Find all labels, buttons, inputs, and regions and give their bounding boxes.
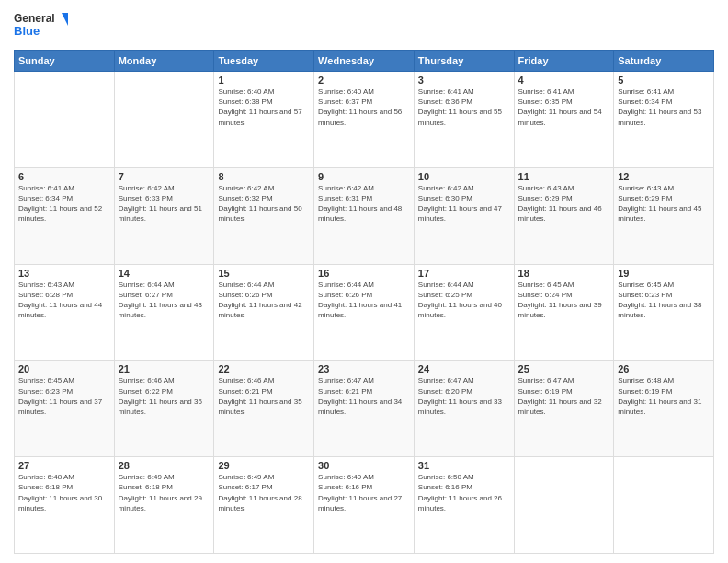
calendar-cell: 13Sunrise: 6:43 AM Sunset: 6:28 PM Dayli… [15,264,115,361]
day-info: Sunrise: 6:50 AM Sunset: 6:16 PM Dayligh… [418,472,510,513]
day-number: 1 [218,75,310,86]
calendar-cell [114,72,214,168]
calendar-cell: 8Sunrise: 6:42 AM Sunset: 6:32 PM Daylig… [214,167,314,264]
day-info: Sunrise: 6:46 AM Sunset: 6:21 PM Dayligh… [218,375,310,417]
day-info: Sunrise: 6:48 AM Sunset: 6:19 PM Dayligh… [618,375,710,417]
logo-svg: General Blue [14,9,69,42]
day-info: Sunrise: 6:41 AM Sunset: 6:36 PM Dayligh… [418,86,510,128]
day-number: 23 [318,363,410,374]
calendar-cell: 23Sunrise: 6:47 AM Sunset: 6:21 PM Dayli… [314,361,415,457]
day-info: Sunrise: 6:46 AM Sunset: 6:22 PM Dayligh… [119,375,210,417]
calendar-cell [614,457,714,554]
weekday-header-monday: Monday [114,51,214,72]
day-number: 4 [518,75,610,86]
weekday-header-thursday: Thursday [414,51,514,72]
calendar-cell: 16Sunrise: 6:44 AM Sunset: 6:26 PM Dayli… [314,264,415,361]
day-number: 7 [119,171,210,182]
day-number: 16 [318,268,410,279]
calendar-cell: 2Sunrise: 6:40 AM Sunset: 6:37 PM Daylig… [314,72,415,168]
day-info: Sunrise: 6:41 AM Sunset: 6:34 PM Dayligh… [618,86,710,128]
calendar-cell: 7Sunrise: 6:42 AM Sunset: 6:33 PM Daylig… [114,167,214,264]
day-info: Sunrise: 6:42 AM Sunset: 6:33 PM Dayligh… [119,183,210,224]
calendar-cell: 31Sunrise: 6:50 AM Sunset: 6:16 PM Dayli… [414,457,514,554]
logo: General Blue [14,9,69,42]
day-info: Sunrise: 6:47 AM Sunset: 6:21 PM Dayligh… [318,375,410,417]
day-info: Sunrise: 6:49 AM Sunset: 6:16 PM Dayligh… [318,472,410,513]
day-info: Sunrise: 6:41 AM Sunset: 6:35 PM Dayligh… [518,86,610,128]
calendar-cell: 29Sunrise: 6:49 AM Sunset: 6:17 PM Dayli… [214,457,314,554]
page: General Blue SundayMondayTuesdayWednesda… [0,0,728,563]
day-number: 24 [418,363,510,374]
calendar-cell: 28Sunrise: 6:49 AM Sunset: 6:18 PM Dayli… [114,457,214,554]
weekday-header-friday: Friday [514,51,614,72]
day-info: Sunrise: 6:44 AM Sunset: 6:25 PM Dayligh… [418,280,510,321]
svg-text:Blue: Blue [14,24,40,38]
day-number: 8 [218,171,310,182]
calendar-cell: 5Sunrise: 6:41 AM Sunset: 6:34 PM Daylig… [614,72,714,168]
svg-marker-2 [62,13,68,26]
day-number: 30 [318,460,410,471]
day-number: 26 [618,363,710,374]
day-number: 13 [18,268,110,279]
calendar-cell: 25Sunrise: 6:47 AM Sunset: 6:19 PM Dayli… [514,361,614,457]
calendar-cell: 11Sunrise: 6:43 AM Sunset: 6:29 PM Dayli… [514,167,614,264]
calendar-cell: 15Sunrise: 6:44 AM Sunset: 6:26 PM Dayli… [214,264,314,361]
day-info: Sunrise: 6:44 AM Sunset: 6:26 PM Dayligh… [318,280,410,321]
weekday-header-wednesday: Wednesday [314,51,415,72]
day-number: 3 [418,75,510,86]
day-number: 28 [119,460,210,471]
day-number: 19 [618,268,710,279]
calendar-week-4: 20Sunrise: 6:45 AM Sunset: 6:23 PM Dayli… [15,361,714,457]
day-info: Sunrise: 6:40 AM Sunset: 6:37 PM Dayligh… [318,86,410,128]
day-number: 22 [218,363,310,374]
calendar-cell: 26Sunrise: 6:48 AM Sunset: 6:19 PM Dayli… [614,361,714,457]
day-number: 27 [18,460,110,471]
day-info: Sunrise: 6:41 AM Sunset: 6:34 PM Dayligh… [18,183,110,224]
day-number: 17 [418,268,510,279]
day-number: 2 [318,75,410,86]
day-number: 21 [119,363,210,374]
calendar-week-5: 27Sunrise: 6:48 AM Sunset: 6:18 PM Dayli… [15,457,714,554]
calendar-cell: 3Sunrise: 6:41 AM Sunset: 6:36 PM Daylig… [414,72,514,168]
calendar-cell: 30Sunrise: 6:49 AM Sunset: 6:16 PM Dayli… [314,457,415,554]
day-number: 18 [518,268,610,279]
calendar-cell: 1Sunrise: 6:40 AM Sunset: 6:38 PM Daylig… [214,72,314,168]
day-info: Sunrise: 6:47 AM Sunset: 6:20 PM Dayligh… [418,375,510,417]
calendar-cell: 4Sunrise: 6:41 AM Sunset: 6:35 PM Daylig… [514,72,614,168]
day-number: 12 [618,171,710,182]
day-info: Sunrise: 6:45 AM Sunset: 6:23 PM Dayligh… [618,280,710,321]
day-info: Sunrise: 6:47 AM Sunset: 6:19 PM Dayligh… [518,375,610,417]
calendar-cell: 24Sunrise: 6:47 AM Sunset: 6:20 PM Dayli… [414,361,514,457]
day-number: 9 [318,171,410,182]
day-info: Sunrise: 6:43 AM Sunset: 6:29 PM Dayligh… [518,183,610,224]
svg-text:General: General [14,12,55,25]
calendar-cell: 9Sunrise: 6:42 AM Sunset: 6:31 PM Daylig… [314,167,415,264]
day-number: 25 [518,363,610,374]
calendar-cell [15,72,115,168]
calendar-cell: 10Sunrise: 6:42 AM Sunset: 6:30 PM Dayli… [414,167,514,264]
day-number: 11 [518,171,610,182]
day-number: 10 [418,171,510,182]
day-info: Sunrise: 6:42 AM Sunset: 6:30 PM Dayligh… [418,183,510,224]
day-info: Sunrise: 6:48 AM Sunset: 6:18 PM Dayligh… [18,472,110,513]
calendar-cell: 12Sunrise: 6:43 AM Sunset: 6:29 PM Dayli… [614,167,714,264]
calendar-cell: 6Sunrise: 6:41 AM Sunset: 6:34 PM Daylig… [15,167,115,264]
calendar-cell: 21Sunrise: 6:46 AM Sunset: 6:22 PM Dayli… [114,361,214,457]
calendar-table: SundayMondayTuesdayWednesdayThursdayFrid… [14,50,714,554]
day-info: Sunrise: 6:40 AM Sunset: 6:38 PM Dayligh… [218,86,310,128]
day-info: Sunrise: 6:43 AM Sunset: 6:29 PM Dayligh… [618,183,710,224]
day-info: Sunrise: 6:44 AM Sunset: 6:26 PM Dayligh… [218,280,310,321]
calendar-cell: 27Sunrise: 6:48 AM Sunset: 6:18 PM Dayli… [15,457,115,554]
calendar-week-2: 6Sunrise: 6:41 AM Sunset: 6:34 PM Daylig… [15,167,714,264]
day-info: Sunrise: 6:45 AM Sunset: 6:24 PM Dayligh… [518,280,610,321]
calendar-cell: 18Sunrise: 6:45 AM Sunset: 6:24 PM Dayli… [514,264,614,361]
calendar-cell: 19Sunrise: 6:45 AM Sunset: 6:23 PM Dayli… [614,264,714,361]
calendar-cell: 20Sunrise: 6:45 AM Sunset: 6:23 PM Dayli… [15,361,115,457]
day-info: Sunrise: 6:42 AM Sunset: 6:31 PM Dayligh… [318,183,410,224]
weekday-header-sunday: Sunday [15,51,115,72]
day-number: 20 [18,363,110,374]
day-info: Sunrise: 6:49 AM Sunset: 6:17 PM Dayligh… [218,472,310,513]
calendar-cell: 14Sunrise: 6:44 AM Sunset: 6:27 PM Dayli… [114,264,214,361]
header: General Blue [14,9,714,42]
weekday-header-saturday: Saturday [614,51,714,72]
